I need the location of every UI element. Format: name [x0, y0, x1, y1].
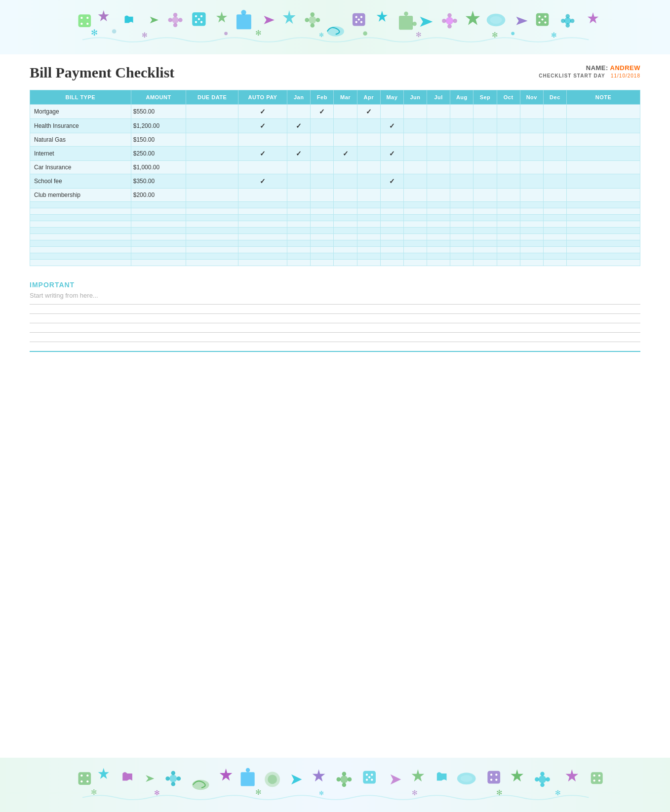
cell-mar[interactable]	[334, 105, 357, 119]
cell-jul[interactable]	[427, 240, 450, 247]
cell-may[interactable]	[380, 208, 403, 215]
cell-may[interactable]	[380, 161, 403, 174]
cell-sep[interactable]	[473, 260, 497, 266]
cell-amount[interactable]: $550.00	[131, 105, 186, 119]
cell-auto_pay[interactable]	[238, 234, 287, 240]
cell-feb[interactable]	[311, 202, 334, 208]
cell-aug[interactable]	[450, 208, 473, 215]
cell-note[interactable]	[567, 133, 640, 147]
cell-auto_pay[interactable]: ✓	[238, 174, 287, 189]
cell-mar[interactable]	[334, 133, 357, 147]
cell-apr[interactable]	[357, 260, 380, 266]
cell-mar[interactable]	[334, 221, 357, 228]
cell-oct[interactable]	[497, 202, 520, 208]
cell-bill_type[interactable]	[30, 221, 131, 228]
cell-may[interactable]	[380, 189, 403, 202]
cell-aug[interactable]	[450, 234, 473, 240]
cell-aug[interactable]	[450, 147, 473, 161]
cell-bill_type[interactable]	[30, 202, 131, 208]
cell-apr[interactable]	[357, 133, 380, 147]
cell-dec[interactable]	[543, 234, 566, 240]
cell-may[interactable]	[380, 253, 403, 260]
cell-note[interactable]	[567, 253, 640, 260]
cell-bill_type[interactable]: Health Insurance	[30, 119, 131, 133]
cell-may[interactable]	[380, 240, 403, 247]
cell-jul[interactable]	[427, 253, 450, 260]
cell-note[interactable]	[567, 247, 640, 253]
cell-bill_type[interactable]	[30, 228, 131, 234]
cell-jan[interactable]	[287, 105, 311, 119]
cell-amount[interactable]: $1,000.00	[131, 161, 186, 174]
cell-due_date[interactable]	[186, 234, 238, 240]
cell-mar[interactable]	[334, 234, 357, 240]
cell-auto_pay[interactable]	[238, 221, 287, 228]
cell-auto_pay[interactable]	[238, 247, 287, 253]
cell-feb[interactable]	[311, 174, 334, 189]
cell-amount[interactable]	[131, 202, 186, 208]
cell-feb[interactable]: ✓	[311, 105, 334, 119]
cell-dec[interactable]	[543, 260, 566, 266]
cell-due_date[interactable]	[186, 228, 238, 234]
cell-apr[interactable]	[357, 228, 380, 234]
cell-dec[interactable]	[543, 189, 566, 202]
cell-apr[interactable]	[357, 119, 380, 133]
cell-jan[interactable]: ✓	[287, 147, 311, 161]
cell-amount[interactable]: $150.00	[131, 133, 186, 147]
cell-bill_type[interactable]: School fee	[30, 174, 131, 189]
cell-apr[interactable]	[357, 208, 380, 215]
cell-feb[interactable]	[311, 253, 334, 260]
cell-note[interactable]	[567, 240, 640, 247]
cell-note[interactable]	[567, 208, 640, 215]
cell-jun[interactable]	[403, 119, 427, 133]
cell-aug[interactable]	[450, 215, 473, 221]
cell-may[interactable]	[380, 234, 403, 240]
cell-jul[interactable]	[427, 189, 450, 202]
cell-auto_pay[interactable]	[238, 189, 287, 202]
cell-sep[interactable]	[473, 247, 497, 253]
cell-nov[interactable]	[520, 208, 543, 215]
cell-jun[interactable]	[403, 228, 427, 234]
cell-sep[interactable]	[473, 105, 497, 119]
cell-jun[interactable]	[403, 260, 427, 266]
cell-sep[interactable]	[473, 161, 497, 174]
cell-amount[interactable]	[131, 221, 186, 228]
cell-jan[interactable]	[287, 161, 311, 174]
cell-jun[interactable]	[403, 174, 427, 189]
cell-amount[interactable]: $200.00	[131, 189, 186, 202]
cell-apr[interactable]	[357, 147, 380, 161]
cell-may[interactable]	[380, 202, 403, 208]
cell-apr[interactable]	[357, 202, 380, 208]
cell-sep[interactable]	[473, 228, 497, 234]
cell-aug[interactable]	[450, 202, 473, 208]
cell-oct[interactable]	[497, 133, 520, 147]
cell-amount[interactable]	[131, 253, 186, 260]
cell-mar[interactable]	[334, 161, 357, 174]
cell-jun[interactable]	[403, 215, 427, 221]
cell-dec[interactable]	[543, 208, 566, 215]
cell-bill_type[interactable]: Car Insurance	[30, 161, 131, 174]
cell-bill_type[interactable]	[30, 234, 131, 240]
cell-nov[interactable]	[520, 133, 543, 147]
cell-bill_type[interactable]	[30, 208, 131, 215]
cell-bill_type[interactable]: Internet	[30, 147, 131, 161]
cell-jan[interactable]	[287, 253, 311, 260]
cell-note[interactable]	[567, 189, 640, 202]
cell-feb[interactable]	[311, 119, 334, 133]
cell-apr[interactable]	[357, 253, 380, 260]
cell-jun[interactable]	[403, 147, 427, 161]
cell-due_date[interactable]	[186, 174, 238, 189]
cell-may[interactable]	[380, 105, 403, 119]
cell-jul[interactable]	[427, 221, 450, 228]
cell-due_date[interactable]	[186, 215, 238, 221]
cell-dec[interactable]	[543, 174, 566, 189]
cell-jan[interactable]	[287, 247, 311, 253]
cell-jun[interactable]	[403, 208, 427, 215]
cell-note[interactable]	[567, 147, 640, 161]
cell-mar[interactable]	[334, 174, 357, 189]
cell-bill_type[interactable]	[30, 253, 131, 260]
cell-oct[interactable]	[497, 234, 520, 240]
cell-auto_pay[interactable]	[238, 260, 287, 266]
cell-aug[interactable]	[450, 247, 473, 253]
cell-oct[interactable]	[497, 260, 520, 266]
cell-may[interactable]: ✓	[380, 174, 403, 189]
